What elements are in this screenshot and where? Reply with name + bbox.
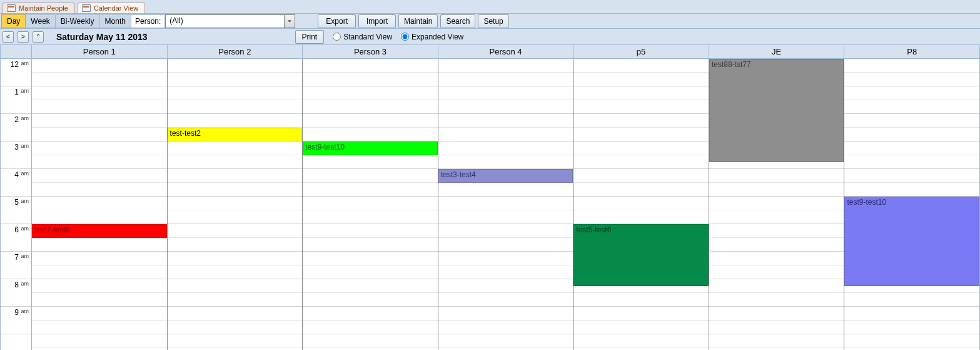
grid-cell[interactable] xyxy=(303,279,438,293)
person-filter-value[interactable]: (All) xyxy=(165,14,284,28)
grid-cell[interactable] xyxy=(168,224,303,238)
view-month[interactable]: Month xyxy=(100,14,131,28)
search-button[interactable]: Search xyxy=(440,14,475,28)
tab-calendar-view[interactable]: Calendar View xyxy=(78,3,145,13)
export-button[interactable]: Export xyxy=(318,14,356,28)
grid-cell[interactable] xyxy=(573,73,709,86)
grid-cell[interactable] xyxy=(303,100,438,114)
grid-cell[interactable] xyxy=(168,197,303,210)
grid-cell[interactable] xyxy=(32,73,167,86)
grid-cell[interactable] xyxy=(32,86,167,100)
grid-cell[interactable] xyxy=(32,210,167,224)
view-day[interactable]: Day xyxy=(1,14,26,28)
grid-cell[interactable] xyxy=(168,321,303,334)
grid-cell[interactable] xyxy=(438,224,573,238)
grid-cell[interactable] xyxy=(168,114,303,128)
grid-cell[interactable] xyxy=(32,279,167,293)
grid-cell[interactable] xyxy=(844,334,979,348)
grid-cell[interactable] xyxy=(32,307,167,321)
grid-cell[interactable] xyxy=(438,265,573,279)
grid-cell[interactable] xyxy=(303,183,438,197)
grid-cell[interactable] xyxy=(168,142,303,155)
grid-cell[interactable] xyxy=(573,307,709,321)
grid-cell[interactable] xyxy=(32,128,167,142)
grid-cell[interactable] xyxy=(168,86,303,100)
grid-cell[interactable] xyxy=(168,293,303,307)
grid-cell[interactable] xyxy=(844,114,979,128)
calendar-event[interactable]: test88-tst77 xyxy=(709,59,844,162)
grid-cell[interactable] xyxy=(438,155,573,169)
person-column[interactable]: test-test2 xyxy=(168,59,303,350)
grid-cell[interactable] xyxy=(709,321,844,334)
grid-cell[interactable] xyxy=(168,73,303,86)
grid-cell[interactable] xyxy=(844,128,979,142)
grid-cell[interactable] xyxy=(573,59,709,73)
grid-cell[interactable] xyxy=(573,334,709,348)
grid-cell[interactable] xyxy=(573,197,709,210)
person-column[interactable]: test88-tst77 xyxy=(709,59,845,350)
grid-cell[interactable] xyxy=(844,142,979,155)
grid-cell[interactable] xyxy=(303,321,438,334)
grid-cell[interactable] xyxy=(32,197,167,210)
person-column[interactable]: test5-test6 xyxy=(573,59,709,350)
grid-cell[interactable] xyxy=(32,59,167,73)
grid-cell[interactable] xyxy=(303,197,438,210)
grid-cell[interactable] xyxy=(32,265,167,279)
grid-cell[interactable] xyxy=(438,73,573,86)
grid-cell[interactable] xyxy=(438,293,573,307)
grid-cell[interactable] xyxy=(438,210,573,224)
grid-cell[interactable] xyxy=(438,307,573,321)
nav-prev-button[interactable]: < xyxy=(3,31,14,43)
grid-cell[interactable] xyxy=(438,183,573,197)
grid-cell[interactable] xyxy=(303,265,438,279)
grid-cell[interactable] xyxy=(709,279,844,293)
calendar-event[interactable]: test-test2 xyxy=(168,128,303,142)
grid-cell[interactable] xyxy=(32,114,167,128)
grid-cell[interactable] xyxy=(438,100,573,114)
grid-cell[interactable] xyxy=(303,334,438,348)
calendar-event[interactable]: test7-test8 xyxy=(32,224,167,238)
grid-cell[interactable] xyxy=(168,169,303,183)
maintain-button[interactable]: Maintain xyxy=(398,14,438,28)
radio-input[interactable] xyxy=(401,33,409,41)
grid-cell[interactable] xyxy=(168,334,303,348)
grid-cell[interactable] xyxy=(438,252,573,265)
grid-cell[interactable] xyxy=(438,238,573,252)
grid-cell[interactable] xyxy=(573,183,709,197)
grid-cell[interactable] xyxy=(573,142,709,155)
grid-cell[interactable] xyxy=(844,169,979,183)
grid-cell[interactable] xyxy=(844,59,979,73)
tab-maintain-people[interactable]: Maintain People xyxy=(3,3,75,13)
grid-cell[interactable] xyxy=(438,321,573,334)
calendar-event[interactable]: test9-test10 xyxy=(303,142,438,155)
grid-cell[interactable] xyxy=(32,252,167,265)
grid-cell[interactable] xyxy=(168,265,303,279)
person-column[interactable]: test9-test10 xyxy=(303,59,438,350)
grid-cell[interactable] xyxy=(303,252,438,265)
grid-cell[interactable] xyxy=(709,169,844,183)
grid-cell[interactable] xyxy=(168,279,303,293)
grid-cell[interactable] xyxy=(573,210,709,224)
grid-cell[interactable] xyxy=(303,86,438,100)
grid-cell[interactable] xyxy=(303,155,438,169)
grid-cell[interactable] xyxy=(709,307,844,321)
grid-cell[interactable] xyxy=(32,155,167,169)
grid-cell[interactable] xyxy=(438,59,573,73)
grid-cell[interactable] xyxy=(303,128,438,142)
view-biweekly[interactable]: Bi-Weekly xyxy=(56,14,100,28)
grid-cell[interactable] xyxy=(303,169,438,183)
grid-cell[interactable] xyxy=(573,100,709,114)
calendar-event[interactable]: test9-test10 xyxy=(844,197,979,286)
grid-cell[interactable] xyxy=(32,183,167,197)
grid-cell[interactable] xyxy=(438,279,573,293)
grid-cell[interactable] xyxy=(709,252,844,265)
calendar-event[interactable]: test3-test4 xyxy=(438,169,573,183)
grid-cell[interactable] xyxy=(438,86,573,100)
grid-cell[interactable] xyxy=(168,307,303,321)
grid-cell[interactable] xyxy=(303,210,438,224)
grid-cell[interactable] xyxy=(32,293,167,307)
grid-cell[interactable] xyxy=(303,238,438,252)
grid-cell[interactable] xyxy=(573,114,709,128)
grid-cell[interactable] xyxy=(303,114,438,128)
grid-cell[interactable] xyxy=(709,210,844,224)
